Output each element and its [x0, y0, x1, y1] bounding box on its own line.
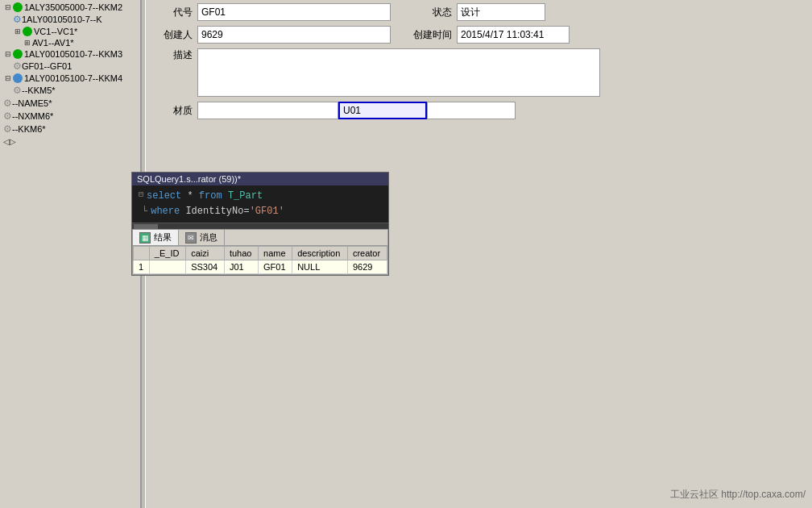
tree-label-2: 1ALY00105010-7--K: [22, 15, 102, 24]
gear-icon-8: ⚙: [13, 85, 22, 96]
sql-scrollbar-thumb[interactable]: [134, 224, 158, 229]
tree-label-3: VC1--VC1*: [34, 27, 77, 36]
code-input[interactable]: [197, 3, 391, 21]
expand-icon-7[interactable]: ⊟: [3, 73, 13, 83]
material-input-2[interactable]: [338, 102, 427, 119]
results-table: _E_ID caizi tuhao name description creat…: [133, 246, 387, 274]
tree-label-11: --KKM6*: [12, 124, 46, 134]
sql-content[interactable]: ⊟ select * from T_Part └ where IdentityN…: [132, 185, 388, 223]
col-header-0: [134, 247, 150, 260]
form-row-creator: 创建人 创建时间: [152, 26, 806, 44]
watermark-text: 工业云社区 http://top.caxa.com/: [670, 489, 806, 500]
cell-creator: 9629: [347, 260, 387, 274]
sql-panel: SQLQuery1.s...rator (59))* ⊟ select * fr…: [131, 172, 389, 276]
expand-icon-5[interactable]: ⊟: [3, 49, 13, 59]
results-tabs: ▦ 结果 ✉ 消息: [133, 230, 387, 246]
tree-label-4: AV1--AV1*: [32, 38, 74, 48]
sql-where-keyword: where: [151, 204, 180, 219]
sql-where-field: IdentityNo: [180, 204, 243, 219]
createtime-label: 创建时间: [404, 28, 452, 42]
sql-scrollbar[interactable]: [132, 223, 388, 229]
gear-icon-2: ⚙: [13, 14, 22, 25]
tab-results-icon: ▦: [139, 232, 151, 244]
col-header-eid: _E_ID: [149, 247, 185, 260]
tree-item-10[interactable]: ⚙ --NXMM6*: [0, 110, 140, 123]
col-header-description: description: [292, 247, 348, 260]
tree-item-8[interactable]: ⚙ --KKM5*: [0, 84, 140, 97]
expand-icon-4[interactable]: ⊞: [23, 38, 32, 48]
tree-bottom-arrow: ◁▷: [0, 135, 140, 148]
gear-icon-6: ⚙: [13, 60, 22, 72]
col-header-caizi: caizi: [186, 247, 225, 260]
material-input-3[interactable]: [427, 102, 516, 119]
sql-select-keyword: select: [147, 189, 181, 204]
tab-messages-icon: ✉: [185, 232, 197, 244]
watermark: 工业云社区 http://top.caxa.com/: [670, 488, 806, 502]
code-label: 代号: [152, 6, 193, 19]
tree-item-4[interactable]: ⊞ AV1--AV1*: [0, 37, 140, 48]
cell-eid: [149, 260, 185, 274]
cell-caizi: SS304: [186, 260, 225, 274]
tab-results[interactable]: ▦ 结果: [133, 230, 179, 245]
dot-icon-5: [13, 49, 23, 59]
dot-icon-3: [23, 27, 32, 36]
sql-expand-icon[interactable]: ⊟: [139, 189, 143, 202]
expand-icon-1[interactable]: ⊟: [3, 2, 13, 12]
sql-where-value: 'GF01': [250, 204, 284, 219]
tree-label-6: GF01--GF01: [22, 61, 72, 71]
tab-messages[interactable]: ✉ 消息: [179, 230, 225, 245]
sql-table-name: T_Part: [228, 189, 263, 204]
tree-item-9[interactable]: ⚙ --NAME5*: [0, 97, 140, 110]
material-input-1[interactable]: [197, 102, 338, 119]
tree-label-7: 1ALY00105100-7--KKM4: [24, 73, 122, 83]
sql-line2-prefix: └: [142, 204, 147, 219]
tree-label-10: --NXMM6*: [12, 111, 53, 121]
desc-label: 描述: [152, 48, 193, 62]
sql-title-text: SQLQuery1.s...rator (59))*: [137, 174, 241, 184]
tree-item-2[interactable]: ⚙ 1ALY00105010-7--K: [0, 13, 140, 26]
tree-item-6[interactable]: ⚙ GF01--GF01: [0, 60, 140, 73]
status-input[interactable]: [457, 3, 545, 21]
dot-icon-1: [13, 2, 23, 12]
cell-description: NULL: [292, 260, 348, 274]
tree-item-11[interactable]: ⚙ --KKM6*: [0, 123, 140, 135]
createtime-input[interactable]: [457, 26, 570, 44]
gear-icon-11: ⚙: [3, 123, 12, 135]
form-row-desc: 描述: [152, 48, 806, 97]
form-row-material: 材质: [152, 102, 806, 119]
tree-panel: ⊟ 1ALY35005000-7--KKM2 ⚙ 1ALY00105010-7-…: [0, 0, 141, 508]
sql-line-1: ⊟ select * from T_Part: [139, 189, 382, 204]
col-header-tuhao: tuhao: [224, 247, 258, 260]
tab-messages-label: 消息: [200, 231, 218, 244]
col-header-name: name: [259, 247, 292, 260]
tab-results-label: 结果: [154, 231, 172, 244]
creator-label: 创建人: [152, 28, 193, 42]
tree-item-3[interactable]: ⊞ VC1--VC1*: [0, 26, 140, 37]
material-label: 材质: [152, 104, 193, 118]
tree-label-9: --NAME5*: [12, 98, 52, 108]
tree-label-5: 1ALY00105010-7--KKM3: [24, 49, 122, 59]
tree-item-7[interactable]: ⊟ 1ALY00105100-7--KKM4: [0, 73, 140, 84]
expand-icon-3[interactable]: ⊞: [13, 27, 23, 36]
tree-label-1: 1ALY35005000-7--KKM2: [24, 2, 122, 12]
sql-title-bar: SQLQuery1.s...rator (59))*: [132, 173, 388, 185]
sql-select-star: *: [181, 189, 199, 204]
col-header-creator: creator: [347, 247, 387, 260]
results-panel: ▦ 结果 ✉ 消息 _E_ID caizi tuhao name descrip…: [132, 229, 388, 275]
sql-space: [222, 189, 228, 204]
status-label: 状态: [404, 6, 452, 19]
sql-from-keyword: from: [199, 189, 222, 204]
form-row-code: 代号 状态: [152, 3, 806, 21]
sql-where-eq: =: [243, 204, 249, 219]
tree-item-5[interactable]: ⊟ 1ALY00105010-7--KKM3: [0, 48, 140, 60]
desc-textarea[interactable]: [197, 48, 600, 97]
gear-icon-9: ⚙: [3, 98, 12, 109]
tree-item-1[interactable]: ⊟ 1ALY35005000-7--KKM2: [0, 2, 140, 13]
table-row: 1 SS304 J01 GF01 NULL 9629: [134, 260, 387, 274]
tree-label-8: --KKM5*: [22, 85, 56, 95]
cell-rownum: 1: [134, 260, 150, 274]
cell-tuhao: J01: [224, 260, 258, 274]
table-header-row: _E_ID caizi tuhao name description creat…: [134, 247, 387, 260]
creator-input[interactable]: [197, 26, 391, 44]
sql-line-2: └ where IdentityNo = 'GF01': [139, 204, 382, 219]
